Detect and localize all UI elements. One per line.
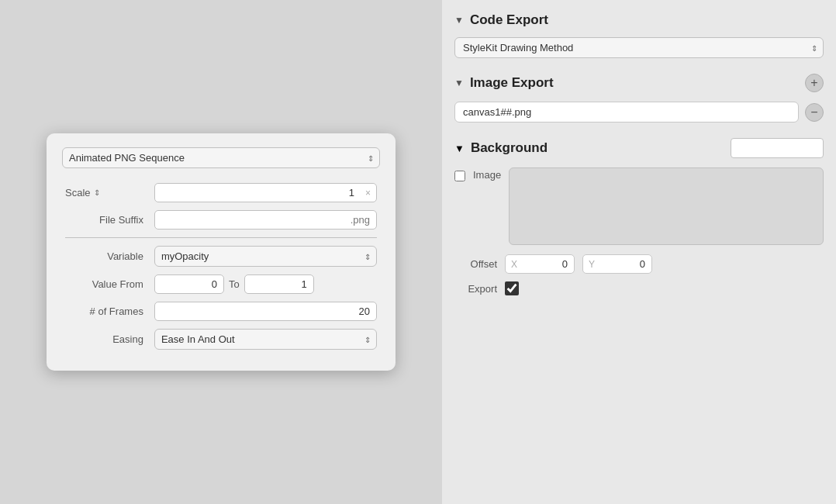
offset-x-wrapper: X [505,254,575,274]
value-from-label: Value From [62,271,151,298]
background-image-row: Image [454,167,824,245]
background-image-checkbox[interactable] [454,171,465,181]
variable-dropdown[interactable]: myOpacity myScale myRotation [154,246,377,267]
code-export-section: ▼ Code Export StyleKit Drawing Method Di… [454,12,824,58]
easing-label: Easing [62,325,151,354]
code-export-header: ▼ Code Export [454,12,824,28]
variable-select-wrapper: myOpacity myScale myRotation [154,246,377,267]
export-row: Export [454,281,824,295]
format-dropdown[interactable]: Animated PNG Sequence PNG Sequence MP4 G… [62,147,380,168]
image-export-triangle-icon[interactable]: ▼ [454,78,464,88]
left-panel: Animated PNG Sequence PNG Sequence MP4 G… [0,0,442,504]
scale-input-wrapper: × [154,183,377,202]
form-table: Scale ⇕ × File Suffix [62,179,380,354]
frames-label: # of Frames [62,298,151,325]
divider-row [62,233,380,242]
scale-arrows-icon: ⇕ [94,188,100,197]
image-export-title: Image Export [470,75,554,91]
easing-row: Easing Ease In And Out Linear Ease In Ea… [62,325,380,354]
scale-input-cell: × [151,179,380,206]
popup-card: Animated PNG Sequence PNG Sequence MP4 G… [47,133,396,371]
variable-input-cell: myOpacity myScale myRotation [151,242,380,271]
background-image-label: Image [473,167,501,181]
file-suffix-input-cell [151,206,380,233]
code-export-method-dropdown[interactable]: StyleKit Drawing Method Direct Drawing I… [454,37,824,58]
easing-input-cell: Ease In And Out Linear Ease In Ease Out [151,325,380,354]
offset-label: Offset [454,258,497,270]
code-export-title: Code Export [470,12,548,28]
value-to-input[interactable] [244,274,314,294]
file-suffix-row: File Suffix [62,206,380,233]
right-panel: ▼ Code Export StyleKit Drawing Method Di… [442,0,836,504]
file-suffix-input[interactable] [154,210,377,230]
export-checkbox[interactable] [505,281,519,295]
add-image-export-button[interactable]: + [805,74,824,92]
background-color-swatch[interactable] [731,138,824,158]
offset-y-wrapper: Y [582,254,652,274]
scale-input[interactable] [154,183,377,202]
file-suffix-label: File Suffix [62,206,151,233]
format-select-row: Animated PNG Sequence PNG Sequence MP4 G… [62,147,380,168]
code-export-method-wrapper: StyleKit Drawing Method Direct Drawing I… [454,37,824,58]
background-section: ▼ Background Image Offset X Y Export [454,138,824,295]
frames-input-cell [151,298,380,325]
background-triangle-icon[interactable]: ▼ [454,143,465,154]
offset-x-input[interactable] [505,254,575,274]
scale-label: Scale ⇕ [62,179,151,206]
image-export-row: − [454,102,824,123]
divider [65,237,377,238]
easing-dropdown[interactable]: Ease In And Out Linear Ease In Ease Out [154,329,377,350]
offset-y-input[interactable] [582,254,652,274]
background-image-preview [509,167,824,245]
background-title: Background [471,140,548,156]
format-select-wrapper: Animated PNG Sequence PNG Sequence MP4 G… [62,147,380,168]
code-export-triangle-icon[interactable]: ▼ [454,15,464,26]
background-header: ▼ Background [454,138,824,158]
export-label: Export [454,283,497,295]
frames-input[interactable] [154,302,377,321]
variable-label: Variable [62,242,151,271]
filename-input[interactable] [454,102,799,123]
easing-select-wrapper: Ease In And Out Linear Ease In Ease Out [154,329,377,350]
variable-row: Variable myOpacity myScale myRotation [62,242,380,271]
value-range-cell: To [151,271,380,298]
image-export-header: ▼ Image Export + [454,74,824,92]
value-from-input[interactable] [154,274,224,294]
offset-row: Offset X Y [454,254,824,274]
to-label: To [229,278,240,290]
remove-image-export-button[interactable]: − [805,103,824,122]
frames-row: # of Frames [62,298,380,325]
value-range-inputs: To [154,274,377,294]
value-range-row: Value From To [62,271,380,298]
image-export-section: ▼ Image Export + − [454,74,824,123]
scale-row: Scale ⇕ × [62,179,380,206]
